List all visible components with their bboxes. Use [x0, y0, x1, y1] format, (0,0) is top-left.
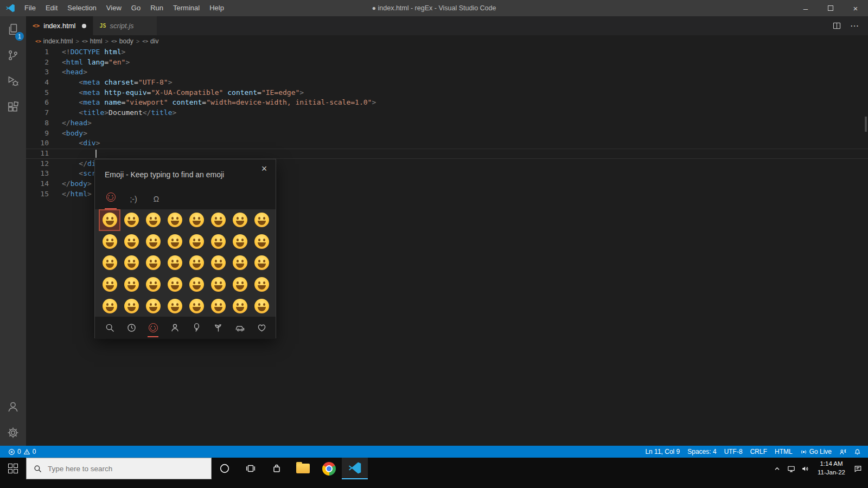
language-mode[interactable]: HTML [771, 446, 796, 458]
menu-go[interactable]: Go [126, 0, 145, 16]
emoji-cell[interactable] [142, 231, 164, 253]
network-button[interactable] [784, 458, 798, 479]
split-editor-icon[interactable] [832, 21, 841, 30]
chrome-button[interactable] [316, 458, 342, 479]
emoji-cell[interactable] [142, 209, 164, 231]
emoji-cell[interactable] [120, 295, 142, 317]
emoji-cell[interactable] [142, 252, 164, 274]
emoji-cell[interactable] [164, 231, 186, 253]
emoji-cell[interactable] [207, 209, 229, 231]
emoji-cell[interactable] [120, 274, 142, 296]
emoji-tab-smileys[interactable] [105, 192, 117, 209]
encoding[interactable]: UTF-8 [720, 446, 746, 458]
menu-selection[interactable]: Selection [62, 0, 101, 16]
breadcrumb-item-index.html[interactable]: <>index.html [34, 37, 74, 45]
emoji-cell[interactable] [120, 252, 142, 274]
emoji-category-people-icon[interactable] [164, 317, 186, 339]
emoji-cell[interactable] [99, 209, 120, 231]
emoji-category-transport-icon[interactable] [229, 317, 251, 339]
breadcrumb-item-body[interactable]: <>body [110, 37, 135, 45]
emoji-cell[interactable] [229, 209, 251, 231]
emoji-cell[interactable] [186, 274, 207, 296]
close-button[interactable]: × [843, 0, 868, 16]
emoji-cell[interactable] [251, 231, 272, 253]
emoji-cell[interactable] [186, 252, 207, 274]
menu-file[interactable]: File [20, 0, 41, 16]
emoji-cell[interactable] [99, 252, 120, 274]
store-button[interactable] [264, 458, 290, 479]
emoji-cell[interactable] [251, 252, 272, 274]
emoji-cell[interactable] [99, 231, 120, 253]
emoji-category-search-icon[interactable] [99, 317, 120, 339]
emoji-cell[interactable] [120, 231, 142, 253]
emoji-cell[interactable] [186, 231, 207, 253]
start-button[interactable] [0, 458, 26, 479]
emoji-cell[interactable] [207, 252, 229, 274]
emoji-cell[interactable] [251, 209, 272, 231]
menu-view[interactable]: View [101, 0, 126, 16]
emoji-cell[interactable] [164, 209, 186, 231]
emoji-cell[interactable] [207, 274, 229, 296]
task-view-button[interactable] [238, 458, 264, 479]
emoji-cell[interactable] [251, 295, 272, 317]
indentation[interactable]: Spaces: 4 [684, 446, 720, 458]
cortana-button[interactable] [212, 458, 238, 479]
emoji-cell[interactable] [229, 252, 251, 274]
emoji-cell[interactable] [99, 274, 120, 296]
feedback-button[interactable] [835, 446, 850, 458]
taskbar-clock[interactable]: 1:14 AM 11-Jan-22 [812, 460, 851, 477]
emoji-category-smileys-icon[interactable] [142, 317, 164, 339]
emoji-tab-kaomoji[interactable]: ;-) [127, 195, 139, 209]
emoji-panel-close-icon[interactable]: × [257, 162, 271, 176]
file-explorer-button[interactable] [290, 458, 316, 479]
menu-run[interactable]: Run [145, 0, 168, 16]
emoji-cell[interactable] [164, 252, 186, 274]
problems-indicator[interactable]: 0 0 [4, 446, 40, 458]
emoji-category-celebrations-icon[interactable] [186, 317, 207, 339]
minimize-button[interactable]: – [793, 0, 818, 16]
emoji-cell[interactable] [164, 295, 186, 317]
menu-terminal[interactable]: Terminal [168, 0, 205, 16]
tab-index.html[interactable]: <>index.html [26, 16, 93, 35]
sidebar-item-extensions[interactable] [0, 94, 26, 120]
go-live-button[interactable]: Go Live [796, 446, 835, 458]
emoji-category-recent-icon[interactable] [120, 317, 142, 339]
menu-help[interactable]: Help [205, 0, 229, 16]
settings-button[interactable] [0, 420, 26, 446]
maximize-button[interactable] [818, 0, 843, 16]
emoji-cell[interactable] [186, 209, 207, 231]
taskbar-search[interactable] [26, 458, 212, 479]
emoji-cell[interactable] [142, 274, 164, 296]
emoji-category-symbols-icon[interactable] [251, 317, 272, 339]
sidebar-item-run-debug[interactable] [0, 68, 26, 94]
breadcrumb-item-div[interactable]: <>div [141, 37, 159, 45]
vscode-taskbar-button[interactable] [342, 458, 368, 479]
more-actions-icon[interactable]: ⋯ [850, 21, 859, 31]
emoji-cell[interactable] [229, 295, 251, 317]
sidebar-item-source-control[interactable] [0, 42, 26, 68]
emoji-cell[interactable] [207, 231, 229, 253]
sidebar-item-explorer[interactable]: 1 [0, 16, 26, 42]
tab-script.js[interactable]: JSscript.js [93, 16, 157, 35]
emoji-cell[interactable] [120, 209, 142, 231]
menu-edit[interactable]: Edit [41, 0, 62, 16]
emoji-category-food-plants-icon[interactable] [207, 317, 229, 339]
emoji-tab-symbols[interactable]: Ω [150, 195, 162, 209]
emoji-cell[interactable] [229, 231, 251, 253]
emoji-cell[interactable] [186, 295, 207, 317]
emoji-cell[interactable] [207, 295, 229, 317]
volume-button[interactable] [798, 458, 812, 479]
emoji-cell[interactable] [251, 274, 272, 296]
cursor-position[interactable]: Ln 11, Col 9 [641, 446, 684, 458]
emoji-cell[interactable] [99, 295, 120, 317]
action-center-button[interactable] [851, 458, 865, 479]
accounts-button[interactable] [0, 394, 26, 420]
breadcrumb-item-html[interactable]: <>html [81, 37, 104, 45]
emoji-cell[interactable] [164, 274, 186, 296]
hidden-icons-button[interactable] [770, 458, 784, 479]
eol-sequence[interactable]: CRLF [746, 446, 771, 458]
search-input[interactable] [48, 465, 205, 473]
emoji-cell[interactable] [142, 295, 164, 317]
notifications-button[interactable] [850, 446, 865, 458]
emoji-cell[interactable] [229, 274, 251, 296]
